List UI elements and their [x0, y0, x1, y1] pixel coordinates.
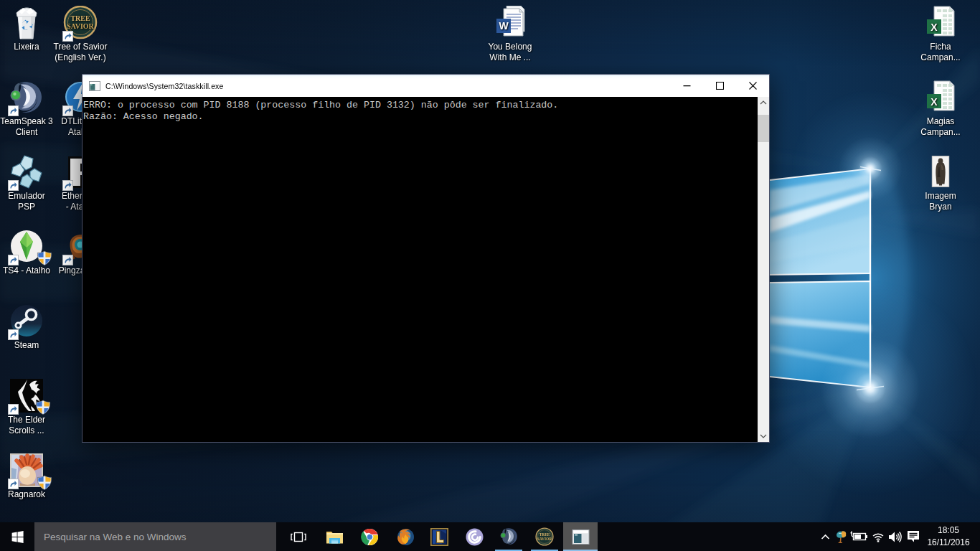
svg-text:TREE: TREE — [70, 14, 90, 22]
svg-text:X: X — [930, 96, 938, 108]
svg-text:TREE: TREE — [540, 532, 550, 537]
svg-text:SAVIOR: SAVIOR — [67, 22, 94, 30]
svg-text:X: X — [930, 22, 938, 33]
svg-text:W: W — [499, 20, 509, 32]
svg-text:SAVIOR: SAVIOR — [537, 537, 552, 541]
